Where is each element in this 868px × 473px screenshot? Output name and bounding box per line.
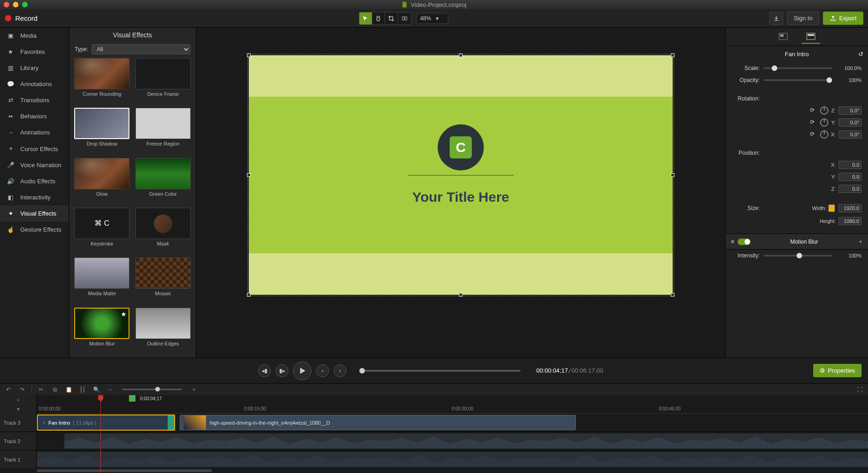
search-button[interactable]: 🔍 bbox=[92, 385, 101, 394]
remove-effect-button[interactable]: ✕ bbox=[730, 239, 735, 245]
download-button[interactable] bbox=[769, 12, 783, 25]
clip-audio-1[interactable] bbox=[37, 452, 868, 467]
clip-video[interactable]: high-speed-driving-in-the-night_e4mj4wtz… bbox=[180, 415, 576, 430]
step-forward-button[interactable]: › bbox=[334, 364, 346, 377]
resize-handle[interactable] bbox=[247, 53, 251, 57]
export-button[interactable]: Export bbox=[823, 12, 863, 25]
record-button[interactable]: Record bbox=[5, 14, 37, 22]
position-z-input[interactable] bbox=[839, 185, 862, 193]
reset-button[interactable]: ↺ bbox=[858, 51, 863, 58]
rotation-y-input[interactable] bbox=[839, 118, 862, 127]
resize-handle[interactable] bbox=[671, 173, 674, 177]
height-input[interactable] bbox=[839, 217, 862, 225]
sidebar-item-annotations[interactable]: 💬Annotations bbox=[0, 76, 69, 92]
sidebar-item-cursor-effects[interactable]: ⌖Cursor Effects bbox=[0, 140, 69, 157]
sidebar-item-interactivity[interactable]: ◧Interactivity bbox=[0, 189, 69, 205]
signin-button[interactable]: Sign In bbox=[787, 12, 819, 25]
lock-aspect-icon[interactable] bbox=[828, 204, 835, 212]
effect-corner-rounding[interactable]: Corner Rounding bbox=[74, 58, 130, 103]
canvas-zoom-select[interactable]: 48% ▾ bbox=[416, 13, 448, 24]
effect-green-color[interactable]: Green Color bbox=[135, 158, 192, 203]
scale-slider[interactable] bbox=[763, 67, 832, 69]
clip-audio-2[interactable] bbox=[65, 433, 868, 449]
next-frame-button[interactable]: ▮▸ bbox=[276, 364, 288, 377]
rotation-x-input[interactable] bbox=[839, 130, 862, 139]
effect-mask[interactable]: Mask bbox=[135, 208, 192, 253]
properties-tab-1[interactable] bbox=[774, 30, 792, 44]
zoom-window-icon[interactable] bbox=[22, 2, 28, 7]
preview-canvas[interactable]: C Your Title Here bbox=[249, 55, 673, 295]
sidebar-item-library[interactable]: ▥Library bbox=[0, 60, 69, 76]
effect-device-frame[interactable]: Device Frame bbox=[135, 58, 192, 103]
effect-outline-edges[interactable]: Outline Edges bbox=[135, 308, 192, 353]
type-filter-select[interactable]: All bbox=[92, 44, 190, 54]
sidebar-item-voice-narration[interactable]: 🎤Voice Narration bbox=[0, 157, 69, 173]
sidebar-item-visual-effects[interactable]: ✦Visual Effects bbox=[0, 205, 69, 222]
effect-drop-shadow[interactable]: Drop Shadow bbox=[74, 108, 130, 153]
sidebar-item-gesture-effects[interactable]: ☝Gesture Effects bbox=[0, 222, 69, 238]
select-tool[interactable] bbox=[359, 12, 372, 24]
split-button[interactable]: ⎮⎮ bbox=[78, 385, 87, 394]
rotate-y-icon[interactable]: ⟳ bbox=[810, 119, 817, 126]
rotate-z-icon[interactable]: ⟳ bbox=[810, 107, 817, 114]
position-y-input[interactable] bbox=[839, 173, 862, 181]
paste-button[interactable]: 📋 bbox=[64, 385, 73, 394]
sidebar-item-media[interactable]: ▣Media bbox=[0, 28, 69, 44]
redo-button[interactable]: ↷ bbox=[18, 385, 27, 394]
resize-handle[interactable] bbox=[671, 293, 674, 297]
timeline-zoom-slider[interactable] bbox=[122, 389, 182, 390]
sidebar-item-behaviors[interactable]: ▪▪Behaviors bbox=[0, 108, 69, 124]
track-label-1[interactable]: Track 1 bbox=[0, 450, 37, 468]
copy-button[interactable]: ⧉ bbox=[50, 385, 59, 394]
smart-crop-tool[interactable] bbox=[398, 12, 411, 24]
add-effect-button[interactable]: ＋ bbox=[858, 238, 863, 245]
resize-handle[interactable] bbox=[459, 53, 463, 57]
intensity-slider[interactable] bbox=[763, 255, 832, 257]
undo-button[interactable]: ↶ bbox=[4, 385, 13, 394]
opacity-slider[interactable] bbox=[763, 79, 832, 81]
rotation-y-dial[interactable] bbox=[820, 118, 828, 127]
effect-media-matte[interactable]: Media Matte bbox=[74, 257, 130, 303]
position-x-input[interactable] bbox=[839, 161, 862, 169]
expand-timeline-button[interactable]: ⛶ bbox=[855, 385, 864, 394]
close-window-icon[interactable] bbox=[4, 2, 9, 7]
resize-handle[interactable] bbox=[671, 53, 674, 57]
sidebar-item-audio-effects[interactable]: 🔊Audio Effects bbox=[0, 173, 69, 189]
timeline-scrollbar[interactable] bbox=[0, 468, 868, 473]
track-label-3[interactable]: Track 3 bbox=[0, 414, 37, 432]
rotation-z-dial[interactable] bbox=[820, 106, 828, 115]
effect-motion-blur[interactable]: ★Motion Blur bbox=[74, 308, 130, 353]
sidebar-item-transitions[interactable]: ⇄Transitions bbox=[0, 92, 69, 108]
resize-handle[interactable] bbox=[459, 293, 463, 297]
add-track-button[interactable]: ＋ bbox=[16, 397, 21, 403]
timeline-ruler[interactable]: 0:00:04;17 0:00:00;00 0:00:15;00 0:00:30… bbox=[37, 395, 868, 414]
pan-tool[interactable] bbox=[372, 12, 385, 24]
effect-keystroke[interactable]: ⌘ CKeystroke bbox=[74, 208, 130, 253]
effect-toggle[interactable] bbox=[738, 239, 751, 245]
resize-handle[interactable] bbox=[247, 173, 251, 177]
marker[interactable] bbox=[129, 395, 135, 402]
sidebar-item-favorites[interactable]: ★Favorites bbox=[0, 44, 69, 60]
scrub-bar[interactable] bbox=[359, 370, 521, 372]
minimize-window-icon[interactable] bbox=[13, 2, 18, 7]
rotate-x-icon[interactable]: ⟳ bbox=[810, 131, 817, 138]
width-input[interactable] bbox=[839, 204, 862, 212]
sidebar-item-animations[interactable]: →Animations bbox=[0, 124, 69, 140]
effect-freeze-region[interactable]: Freeze Region bbox=[135, 108, 192, 153]
rotation-x-dial[interactable] bbox=[820, 130, 828, 139]
track-label-2[interactable]: Track 2 bbox=[0, 432, 37, 450]
play-button[interactable] bbox=[293, 362, 311, 380]
resize-handle[interactable] bbox=[247, 293, 251, 297]
properties-button[interactable]: ⚙ Properties bbox=[813, 364, 862, 377]
playhead[interactable] bbox=[100, 395, 101, 473]
track-options-button[interactable]: ▾ bbox=[17, 406, 20, 412]
step-back-button[interactable]: ‹ bbox=[316, 364, 329, 377]
cut-button[interactable]: ✂ bbox=[36, 385, 46, 394]
effect-mosaic[interactable]: Mosaic bbox=[135, 257, 192, 303]
zoom-in-button[interactable]: ＋ bbox=[189, 385, 199, 394]
crop-tool[interactable] bbox=[385, 12, 398, 24]
effect-glow[interactable]: Glow bbox=[74, 158, 130, 203]
rotation-z-input[interactable] bbox=[839, 106, 862, 115]
properties-tab-2[interactable] bbox=[802, 30, 820, 44]
zoom-out-button[interactable]: − bbox=[106, 385, 115, 394]
